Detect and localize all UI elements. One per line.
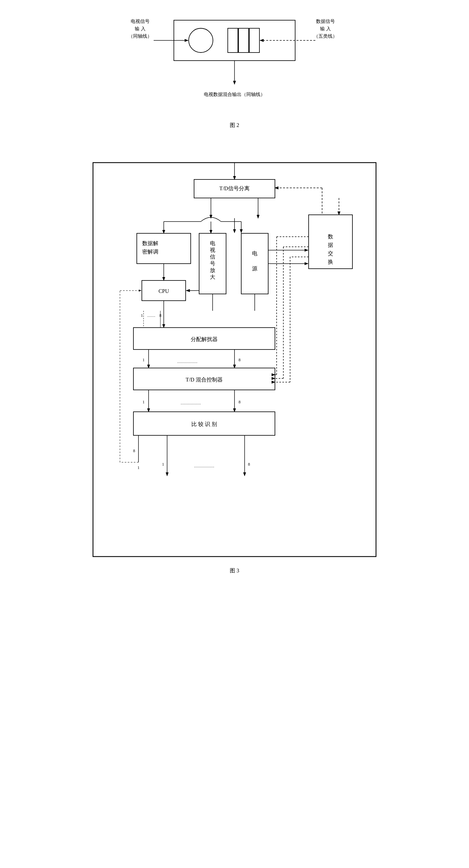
label-dist-8: 8: [238, 358, 240, 362]
fig2-caption: 图 2: [230, 122, 239, 129]
dots-output: ……………: [194, 464, 214, 468]
label-ctrl-8: 8: [238, 400, 240, 404]
label-feedback-1: 1: [138, 465, 140, 470]
cpu-label: CPU: [158, 288, 169, 294]
page-container: 电视信号 输 入 （同轴线） 数据信号 输 入 （五类线） 电视数据混合输出（同…: [83, 0, 386, 601]
label-out-1: 1: [162, 462, 164, 467]
fig3-caption: 图 3: [230, 567, 239, 575]
tv-amp-char3: 信: [210, 254, 215, 259]
data-switch-char1: 数: [328, 234, 333, 239]
data-switch-char4: 换: [328, 259, 333, 265]
tv-amp-char2: 视: [210, 247, 215, 253]
data-decrypt-line2: 密解调: [142, 249, 158, 254]
tv-amp-char1: 电: [210, 240, 215, 246]
data-signal-label: 数据信号: [316, 19, 335, 24]
label-ctrl-1: 1: [143, 400, 145, 404]
data-signal-cable: （五类线）: [314, 34, 337, 39]
fig2-circle: [189, 28, 213, 53]
output-label: 电视数据混合输出（同轴线）: [204, 92, 265, 97]
power-box: [241, 233, 268, 294]
fig2-rect1: [228, 28, 238, 53]
data-decrypt-box: [137, 233, 191, 264]
distributor-label: 分配解扰器: [191, 336, 218, 342]
compare-label: 比 较 识 别: [192, 421, 217, 427]
power-char2: 源: [252, 266, 257, 271]
figure-2-area: 电视信号 输 入 （同轴线） 数据信号 输 入 （五类线） 电视数据混合输出（同…: [117, 13, 352, 143]
figure-2-svg: 电视信号 输 入 （同轴线） 数据信号 输 入 （五类线） 电视数据混合输出（同…: [117, 13, 352, 118]
fig2-rect2: [238, 28, 248, 53]
tv-amp-char6: 大: [210, 274, 215, 280]
tv-signal-cable: （同轴线）: [128, 34, 152, 39]
td-controller-label: T/D 混合控制器: [186, 377, 223, 382]
data-decrypt-line1: 数据解: [142, 240, 158, 246]
dots-ctrl: ……………: [181, 401, 201, 405]
label-1-cpu: 1: [141, 313, 143, 318]
power-char1: 电: [252, 250, 257, 256]
tv-amp-char5: 放: [210, 267, 215, 273]
data-signal-input: 输 入: [320, 26, 331, 31]
td-separator-label: T/D信号分离: [219, 186, 250, 191]
figure-3-svg: T/D信号分离 数据解 密解调 电 视 信: [90, 159, 379, 563]
label-out-8: 8: [248, 462, 250, 467]
dots-dist: ……………: [177, 359, 198, 364]
label-cmp-8: 8: [133, 448, 135, 453]
fig2-rect3: [249, 28, 259, 53]
tv-signal-label: 电视信号: [131, 19, 150, 24]
label-dist-1: 1: [143, 358, 145, 362]
tv-amp-char4: 号: [210, 260, 215, 266]
dots-cpu: ……: [147, 313, 155, 318]
tv-signal-input: 输 入: [135, 26, 146, 31]
data-switch-char3: 交: [328, 250, 333, 256]
figure-3-area: T/D信号分离 数据解 密解调 电 视 信: [90, 159, 379, 588]
data-switch-char2: 据: [328, 242, 333, 248]
